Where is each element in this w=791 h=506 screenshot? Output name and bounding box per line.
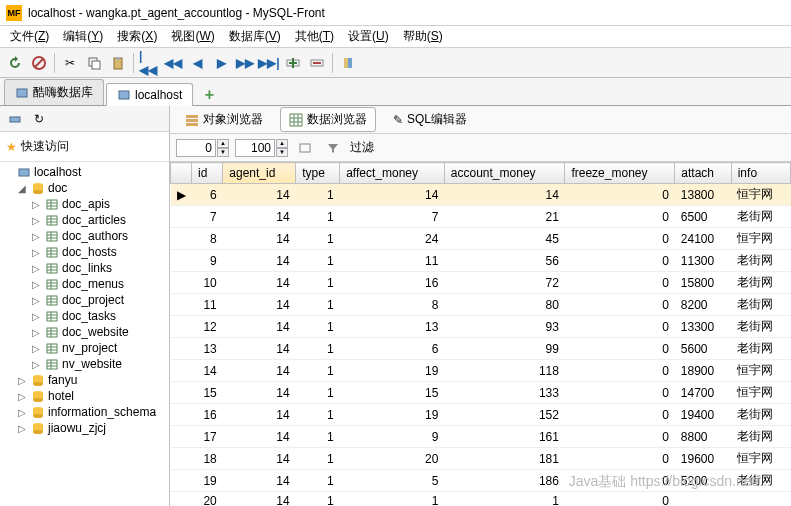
nav-next-page-button[interactable]: ▶▶ xyxy=(234,52,256,74)
tab-sql-editor[interactable]: ✎ SQL编辑器 xyxy=(384,107,476,132)
delete-row-button[interactable] xyxy=(306,52,328,74)
offset-spinner[interactable]: ▲▼ xyxy=(176,139,229,157)
table-row[interactable]: 91411156011300老街网 xyxy=(171,250,791,272)
tree-table-doc_project[interactable]: ▷doc_project xyxy=(2,292,167,308)
cell-type[interactable]: 1 xyxy=(296,316,340,338)
cell-account_money[interactable]: 186 xyxy=(444,470,565,492)
cell-type[interactable]: 1 xyxy=(296,294,340,316)
cell-freeze_money[interactable]: 0 xyxy=(565,404,675,426)
expand-icon[interactable]: ▷ xyxy=(30,215,42,226)
nav-prev-button[interactable]: ◀ xyxy=(186,52,208,74)
cell-freeze_money[interactable]: 0 xyxy=(565,360,675,382)
nav-first-button[interactable]: |◀◀ xyxy=(138,52,160,74)
tree-table-doc_website[interactable]: ▷doc_website xyxy=(2,324,167,340)
cell-agent_id[interactable]: 14 xyxy=(223,492,296,507)
cell-id[interactable]: 19 xyxy=(192,470,223,492)
tree-table-nv_project[interactable]: ▷nv_project xyxy=(2,340,167,356)
cell-account_money[interactable]: 181 xyxy=(444,448,565,470)
cell-info[interactable]: 恒宇网 xyxy=(731,382,790,404)
expand-icon[interactable]: ▷ xyxy=(30,295,42,306)
tree-table-doc_tasks[interactable]: ▷doc_tasks xyxy=(2,308,167,324)
menu-帮助[interactable]: 帮助(S) xyxy=(397,26,449,47)
sidebar-refresh-button[interactable]: ↻ xyxy=(28,108,50,130)
cell-agent_id[interactable]: 14 xyxy=(223,294,296,316)
table-row[interactable]: 1814120181019600恒宇网 xyxy=(171,448,791,470)
expand-icon[interactable]: ▷ xyxy=(30,327,42,338)
cell-info[interactable]: 老街网 xyxy=(731,250,790,272)
cell-attach[interactable]: 5200 xyxy=(675,470,731,492)
cell-info[interactable]: 恒宇网 xyxy=(731,448,790,470)
col-id[interactable]: id xyxy=(192,163,223,184)
cell-affect_money[interactable]: 6 xyxy=(340,338,445,360)
col-affect_money[interactable]: affect_money xyxy=(340,163,445,184)
menu-设置[interactable]: 设置(U) xyxy=(342,26,395,47)
limit-spinner[interactable]: ▲▼ xyxy=(235,139,288,157)
cell-attach[interactable] xyxy=(675,492,731,507)
table-row[interactable]: ▶61411414013800恒宇网 xyxy=(171,184,791,206)
tree-db-fanyu[interactable]: ▷fanyu xyxy=(2,372,167,388)
cell-agent_id[interactable]: 14 xyxy=(223,272,296,294)
offset-up[interactable]: ▲ xyxy=(217,139,229,148)
cell-agent_id[interactable]: 14 xyxy=(223,360,296,382)
cell-freeze_money[interactable]: 0 xyxy=(565,184,675,206)
col-type[interactable]: type xyxy=(296,163,340,184)
nav-next-button[interactable]: ▶ xyxy=(210,52,232,74)
cell-attach[interactable]: 11300 xyxy=(675,250,731,272)
bookmark-button[interactable] xyxy=(337,52,359,74)
cell-attach[interactable]: 8800 xyxy=(675,426,731,448)
cell-freeze_money[interactable]: 0 xyxy=(565,426,675,448)
offset-down[interactable]: ▼ xyxy=(217,148,229,157)
quick-access[interactable]: ★ 快速访问 xyxy=(0,132,169,162)
cell-account_money[interactable]: 133 xyxy=(444,382,565,404)
cell-freeze_money[interactable]: 0 xyxy=(565,470,675,492)
cell-attach[interactable]: 15800 xyxy=(675,272,731,294)
cell-affect_money[interactable]: 19 xyxy=(340,360,445,382)
expand-icon[interactable]: ▷ xyxy=(16,407,28,418)
cell-info[interactable]: 老街网 xyxy=(731,294,790,316)
cell-affect_money[interactable]: 7 xyxy=(340,206,445,228)
table-row[interactable]: 714172106500老街网 xyxy=(171,206,791,228)
cell-account_money[interactable]: 99 xyxy=(444,338,565,360)
expand-icon[interactable]: ▷ xyxy=(30,231,42,242)
cell-freeze_money[interactable]: 0 xyxy=(565,316,675,338)
cell-freeze_money[interactable]: 0 xyxy=(565,250,675,272)
cell-id[interactable]: 20 xyxy=(192,492,223,507)
cell-agent_id[interactable]: 14 xyxy=(223,316,296,338)
cell-agent_id[interactable]: 14 xyxy=(223,184,296,206)
limit-up[interactable]: ▲ xyxy=(276,139,288,148)
tree-db-information_schema[interactable]: ▷information_schema xyxy=(2,404,167,420)
cell-freeze_money[interactable]: 0 xyxy=(565,492,675,507)
copy-button[interactable] xyxy=(83,52,105,74)
table-row[interactable]: 121411393013300老街网 xyxy=(171,316,791,338)
cell-id[interactable]: 12 xyxy=(192,316,223,338)
nav-last-button[interactable]: ▶▶| xyxy=(258,52,280,74)
tree-db-doc[interactable]: ◢doc xyxy=(2,180,167,196)
doctab-酷嗨数据库[interactable]: 酷嗨数据库 xyxy=(4,79,104,105)
cell-affect_money[interactable]: 16 xyxy=(340,272,445,294)
cell-info[interactable]: 恒宇网 xyxy=(731,228,790,250)
table-row[interactable]: 1114188008200老街网 xyxy=(171,294,791,316)
tree-table-doc_articles[interactable]: ▷doc_articles xyxy=(2,212,167,228)
expand-icon[interactable]: ▷ xyxy=(30,311,42,322)
expand-icon[interactable]: ▷ xyxy=(30,263,42,274)
cell-type[interactable]: 1 xyxy=(296,470,340,492)
cell-info[interactable]: 老街网 xyxy=(731,470,790,492)
cell-info[interactable]: 老街网 xyxy=(731,338,790,360)
cell-account_money[interactable]: 21 xyxy=(444,206,565,228)
tree-db-jiaowu_zjcj[interactable]: ▷jiaowu_zjcj xyxy=(2,420,167,436)
cell-account_money[interactable]: 93 xyxy=(444,316,565,338)
col-account_money[interactable]: account_money xyxy=(444,163,565,184)
table-row[interactable]: 17141916108800老街网 xyxy=(171,426,791,448)
tab-data-browser[interactable]: 数据浏览器 xyxy=(280,107,376,132)
cell-id[interactable]: 13 xyxy=(192,338,223,360)
cell-id[interactable]: 11 xyxy=(192,294,223,316)
cell-attach[interactable]: 19400 xyxy=(675,404,731,426)
cell-type[interactable]: 1 xyxy=(296,338,340,360)
cell-freeze_money[interactable]: 0 xyxy=(565,294,675,316)
filter-funnel-button[interactable] xyxy=(322,137,344,159)
sidebar-connect-button[interactable] xyxy=(4,108,26,130)
cell-account_money[interactable]: 118 xyxy=(444,360,565,382)
cell-freeze_money[interactable]: 0 xyxy=(565,228,675,250)
cell-freeze_money[interactable]: 0 xyxy=(565,382,675,404)
cell-account_money[interactable]: 56 xyxy=(444,250,565,272)
